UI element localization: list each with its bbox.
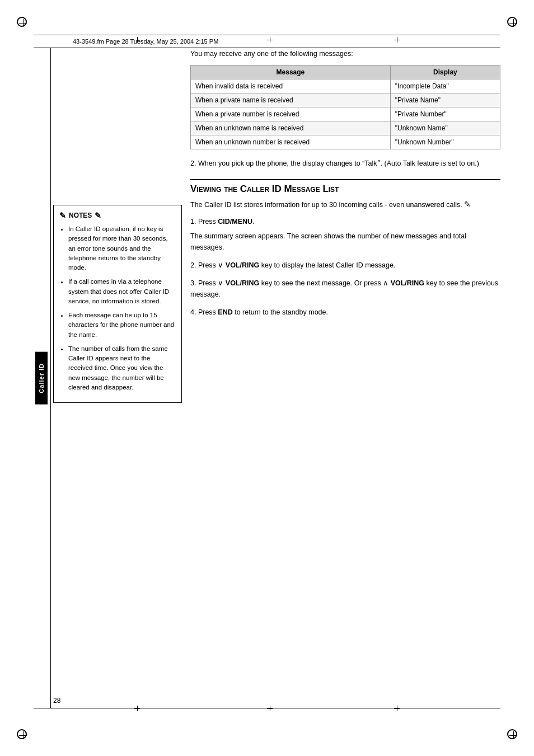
- corner-mark-tl: [17, 17, 27, 27]
- crosshair-tl: [19, 19, 27, 27]
- main-content: You may receive any one of the following…: [190, 48, 500, 708]
- table-row: When an unknown number is received "Unkn…: [191, 135, 500, 149]
- step-pickup-num: 2.: [190, 159, 196, 167]
- notes-box: ✎ NOTES ✎ In Caller ID operation, if no …: [53, 205, 182, 403]
- step-2-num: 2. Press ∨: [190, 261, 226, 269]
- crosshair-bl: [19, 731, 27, 739]
- table-cell-display-1: "Private Name": [390, 93, 500, 107]
- step-2-rest: key to display the latest Caller ID mess…: [259, 261, 395, 269]
- table-cell-message-0: When invalid data is received: [191, 79, 391, 93]
- step-4-key: END: [218, 308, 232, 316]
- step-4-num: 4. Press: [190, 308, 218, 316]
- left-column: ✎ NOTES ✎ In Caller ID operation, if no …: [53, 48, 182, 403]
- step-2: 2. Press ∨ VOL/RING key to display the l…: [190, 260, 500, 271]
- sidebar-label: Caller ID: [35, 352, 48, 405]
- table-header-message: Message: [191, 65, 391, 79]
- notes-icon-right: ✎: [95, 211, 101, 220]
- table-cell-display-4: "Unknown Number": [390, 135, 500, 149]
- header-top-line: [34, 35, 500, 35]
- corner-mark-br: [507, 729, 517, 739]
- notes-item-1: In Caller ID operation, if no key is pre…: [68, 224, 176, 273]
- table-cell-message-1: When a private name is received: [191, 93, 391, 107]
- crosshair-tr: [509, 19, 517, 27]
- message-table: Message Display When invalid data is rec…: [190, 65, 500, 149]
- corner-mark-bl: [17, 729, 27, 739]
- table-cell-message-4: When an unknown number is received: [191, 135, 391, 149]
- table-cell-display-0: "Incomplete Data": [390, 79, 500, 93]
- step-3: 3. Press ∨ VOL/RING key to see the next …: [190, 278, 500, 300]
- table-cell-display-3: "Unknown Name": [390, 121, 500, 135]
- step-4: 4. Press END to return to the standby mo…: [190, 307, 500, 318]
- step-pickup: 2. When you pick up the phone, the displ…: [190, 158, 500, 169]
- step-1-main: 1. Press CID/MENU.: [190, 216, 500, 227]
- step-3-key1: VOL/RING: [226, 279, 259, 287]
- crosshair-br: [509, 731, 517, 739]
- page-number: 28: [53, 697, 60, 705]
- section-body: The Caller ID list stores information fo…: [190, 198, 500, 210]
- section-heading: Viewing the Caller ID Message List: [190, 179, 500, 195]
- notes-item-2: If a call comes in via a telephone syste…: [68, 277, 176, 306]
- section-body-icon: ✎: [464, 200, 471, 209]
- corner-mark-tr: [507, 17, 517, 27]
- table-cell-message-2: When a private number is received: [191, 107, 391, 121]
- notes-heading: NOTES: [69, 212, 92, 219]
- table-row: When invalid data is received "Incomplet…: [191, 79, 500, 93]
- section-body-text: The Caller ID list stores information fo…: [190, 201, 462, 209]
- step-3-mid: key to see the next message. Or press ∧: [259, 279, 390, 287]
- notes-title: ✎ NOTES ✎: [59, 211, 176, 220]
- table-cell-message-3: When an unknown name is received: [191, 121, 391, 135]
- table-row: When an unknown name is received "Unknow…: [191, 121, 500, 135]
- notes-list: In Caller ID operation, if no key is pre…: [59, 224, 176, 392]
- notes-icon-left: ✎: [59, 211, 66, 220]
- notes-item-3: Each message can be up to 15 characters …: [68, 311, 176, 340]
- table-row: When a private number is received "Priva…: [191, 107, 500, 121]
- step-1-period: .: [252, 218, 254, 226]
- step-3-key2: VOL/RING: [391, 279, 424, 287]
- table-cell-display-2: "Private Number": [390, 107, 500, 121]
- step-1-detail: The summary screen appears. The screen s…: [190, 231, 500, 253]
- sidebar: Caller ID: [34, 48, 49, 708]
- table-header-display: Display: [390, 65, 500, 79]
- step-1: 1. Press CID/MENU. The summary screen ap…: [190, 216, 500, 253]
- step-3-num: 3. Press ∨: [190, 279, 226, 287]
- step-1-key: CID/MENU: [218, 218, 252, 226]
- notes-item-4: The number of calls from the same Caller…: [68, 344, 176, 392]
- header-cross-right: [394, 37, 400, 43]
- header-cross-center: [267, 37, 273, 43]
- step-4-rest: to return to the standby mode.: [233, 308, 328, 316]
- sidebar-divider: [50, 48, 51, 708]
- step-2-key: VOL/RING: [226, 261, 259, 269]
- header-text: 43-3549.fm Page 28 Tuesday, May 25, 2004…: [73, 38, 218, 45]
- step-1-num: 1. Press: [190, 218, 218, 226]
- step-pickup-text: When you pick up the phone, the display …: [198, 159, 479, 167]
- intro-text: You may receive any one of the following…: [190, 48, 500, 59]
- table-row: When a private name is received "Private…: [191, 93, 500, 107]
- footer-cross-left: [134, 706, 140, 711]
